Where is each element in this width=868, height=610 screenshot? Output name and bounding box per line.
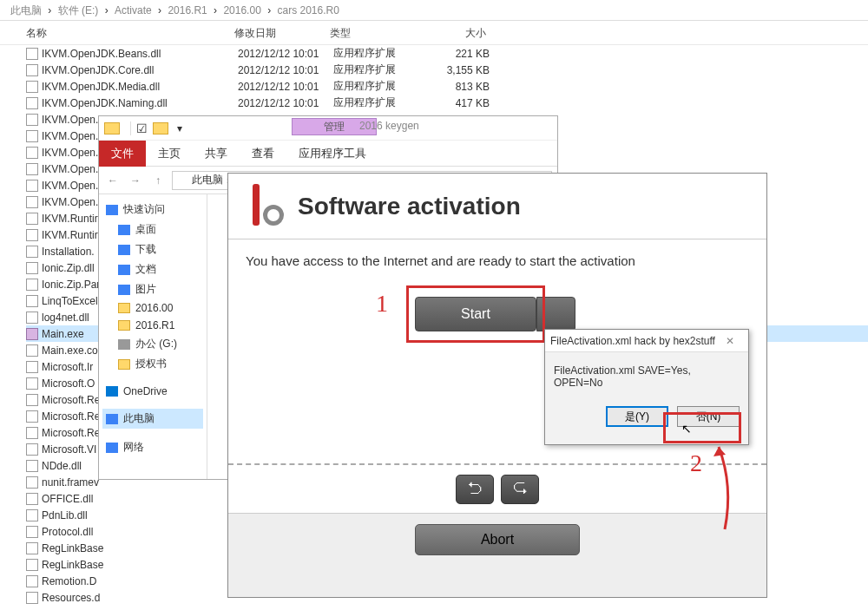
file-icon <box>26 592 38 604</box>
abort-button[interactable]: Abort <box>415 524 580 555</box>
folder-icon <box>118 320 130 331</box>
file-icon <box>26 509 38 521</box>
activation-header: Software activation <box>228 174 766 239</box>
annotation-box-1 <box>406 285 545 343</box>
sidebar-folder2[interactable]: 2016.R1 <box>102 317 203 334</box>
col-type[interactable]: 类型 <box>330 26 425 41</box>
tab-view[interactable]: 查看 <box>240 141 286 167</box>
file-icon <box>26 246 38 258</box>
drive-icon <box>118 339 130 350</box>
file-icon <box>26 295 38 307</box>
col-date[interactable]: 修改日期 <box>234 26 330 41</box>
file-icon <box>26 97 38 109</box>
up-icon[interactable]: ↑ <box>149 172 167 189</box>
sidebar-network[interactable]: 网络 <box>102 437 203 457</box>
file-icon <box>26 262 38 274</box>
back-icon[interactable]: ← <box>104 172 122 189</box>
tab-home[interactable]: 主页 <box>146 141 193 167</box>
forward-icon[interactable]: → <box>127 172 144 189</box>
explorer-sidebar: 快速访问 桌面 下载 文档 图片 2016.00 2016.R1 办公 (G:)… <box>99 194 207 479</box>
file-icon <box>26 163 38 175</box>
sidebar-auth[interactable]: 授权书 <box>102 354 203 374</box>
file-icon <box>26 81 38 93</box>
sidebar-desktop[interactable]: 桌面 <box>102 220 203 239</box>
file-icon <box>26 213 38 225</box>
sidebar-office[interactable]: 办公 (G:) <box>102 334 203 354</box>
cursor-icon: ↖ <box>681 422 692 436</box>
col-size[interactable]: 大小 <box>425 26 495 41</box>
pc-icon <box>106 414 118 424</box>
annotation-label-2: 2 <box>690 449 702 477</box>
annotation-box-2 <box>663 412 741 443</box>
sidebar-onedrive[interactable]: OneDrive <box>102 383 203 400</box>
sidebar-pictures[interactable]: 图片 <box>102 279 203 299</box>
file-icon <box>26 493 38 505</box>
sidebar-documents[interactable]: 文档 <box>102 259 203 279</box>
file-icon <box>26 410 38 423</box>
file-icon <box>26 64 38 76</box>
ribbon: 文件 主页 共享 查看 应用程序工具 <box>99 141 557 167</box>
file-icon <box>26 542 38 554</box>
tab-share[interactable]: 共享 <box>193 141 240 167</box>
file-icon <box>26 526 38 538</box>
sidebar-folder1[interactable]: 2016.00 <box>102 299 203 317</box>
close-icon[interactable]: ✕ <box>717 335 743 347</box>
overflow-icon[interactable]: ▾ <box>177 122 182 134</box>
yes-button[interactable]: 是(Y) <box>606 406 668 427</box>
folder-icon <box>104 122 120 134</box>
sidebar-thispc[interactable]: 此电脑 <box>102 409 203 429</box>
annotation-arrow <box>712 443 738 529</box>
prev-button[interactable]: ⮌ <box>456 475 494 504</box>
dialog-titlebar[interactable]: FileActivation.xml hack by hex2stuff ✕ <box>545 330 748 352</box>
activation-message: You have access to the Internet and are … <box>246 253 749 268</box>
activation-footer: Abort <box>228 514 766 566</box>
dialog-message: FileActivation.xml SAVE=Yes, OPEN=No <box>545 352 748 401</box>
star-icon <box>106 205 118 215</box>
bg-breadcrumb[interactable]: 此电脑 › 软件 (E:) › Activate › 2016.R1 › 201… <box>0 0 868 21</box>
file-icon <box>26 48 38 60</box>
file-icon <box>26 427 38 439</box>
dialog-title-text: FileActivation.xml hack by hex2stuff <box>550 335 715 347</box>
download-icon <box>118 245 130 255</box>
file-row[interactable]: IKVM.OpenJDK.Beans.dll 2012/12/12 10:01应… <box>26 45 868 62</box>
document-icon <box>118 265 130 275</box>
activation-title: Software activation <box>298 193 521 220</box>
check-icon[interactable]: ☑ <box>136 121 148 135</box>
file-icon <box>26 460 38 472</box>
file-icon <box>26 394 38 406</box>
next-button[interactable]: ⮎ <box>501 475 539 504</box>
picture-icon <box>118 285 130 295</box>
file-row[interactable]: IKVM.OpenJDK.Media.dll 2012/12/12 10:01应… <box>26 78 868 95</box>
file-icon <box>26 229 38 241</box>
activation-nav: ⮌ ⮎ <box>228 465 766 514</box>
tab-file[interactable]: 文件 <box>99 141 146 167</box>
bg-column-headers[interactable]: 名称 修改日期 类型 大小 <box>0 21 868 45</box>
cloud-icon <box>106 386 118 397</box>
sidebar-downloads[interactable]: 下载 <box>102 239 203 259</box>
file-icon <box>26 114 38 126</box>
folder-icon <box>118 303 130 313</box>
col-name[interactable]: 名称 <box>26 26 234 41</box>
file-icon <box>26 476 38 489</box>
file-icon <box>26 180 38 192</box>
file-icon <box>26 279 38 291</box>
sidebar-quick[interactable]: 快速访问 <box>102 200 203 220</box>
file-row[interactable]: IKVM.OpenJDK.Core.dll 2012/12/12 10:01应用… <box>26 62 868 78</box>
file-icon <box>26 559 38 571</box>
annotation-label-1: 1 <box>376 290 388 318</box>
network-icon <box>106 443 118 453</box>
file-icon <box>26 196 38 208</box>
folder-icon <box>176 175 188 186</box>
file-row[interactable]: IKVM.OpenJDK.Naming.dll 2012/12/12 10:01… <box>26 95 868 111</box>
folder-icon <box>153 122 168 134</box>
window-title: 2016 keygen <box>359 120 419 132</box>
file-icon <box>26 361 38 373</box>
file-icon <box>26 328 38 340</box>
file-icon <box>26 147 38 159</box>
tools-icon <box>246 182 289 231</box>
desktop-icon <box>118 225 130 235</box>
tab-apptools[interactable]: 应用程序工具 <box>286 141 378 167</box>
folder-icon <box>118 359 130 370</box>
file-icon <box>26 344 38 357</box>
file-icon <box>26 377 38 390</box>
